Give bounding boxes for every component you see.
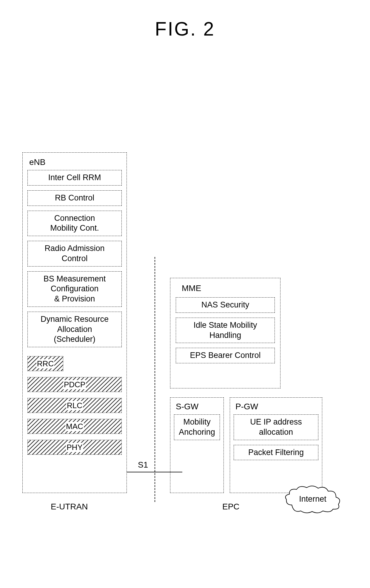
enb-fn-connection-mobility: ConnectionMobility Cont. bbox=[27, 211, 122, 236]
enb-layer-phy: PHY bbox=[27, 440, 122, 455]
epc-domain-label: EPC bbox=[222, 502, 240, 512]
enb-title: eNB bbox=[27, 157, 122, 170]
sgw-block: S-GW MobilityAnchoring bbox=[170, 397, 224, 493]
enb-layer-rrc: RRC bbox=[27, 356, 63, 371]
enb-layer-mac-label: MAC bbox=[65, 422, 84, 431]
figure-2: FIG. 2 eNB Inter Cell RRM RB Control Con… bbox=[0, 0, 370, 588]
mme-title: MME bbox=[176, 282, 275, 297]
eutran-domain-label: E-UTRAN bbox=[51, 502, 88, 512]
enb-layer-rrc-label: RRC bbox=[36, 359, 54, 368]
enb-layer-rlc: RLC bbox=[27, 398, 122, 413]
enb-fn-bs-measurement: BS MeasurementConfiguration& Provision bbox=[27, 271, 122, 307]
domain-divider bbox=[155, 257, 155, 502]
internet-label: Internet bbox=[299, 494, 326, 503]
pgw-fn-ip-allocation: UE IP addressallocation bbox=[234, 414, 318, 440]
pgw-block: P-GW UE IP addressallocation Packet Filt… bbox=[230, 397, 322, 493]
figure-title: FIG. 2 bbox=[0, 18, 370, 40]
s1-interface-label: S1 bbox=[138, 460, 148, 470]
sgw-title: S-GW bbox=[174, 401, 220, 414]
enb-layer-rlc-label: RLC bbox=[66, 401, 83, 410]
mme-block: MME NAS Security Idle State MobilityHand… bbox=[170, 278, 280, 388]
enb-fn-inter-cell-rrm: Inter Cell RRM bbox=[27, 170, 122, 186]
sgw-fn-mobility-anchoring: MobilityAnchoring bbox=[174, 414, 220, 440]
enb-layer-phy-label: PHY bbox=[66, 443, 83, 452]
enb-fn-radio-admission: Radio AdmissionControl bbox=[27, 241, 122, 267]
enb-fn-scheduler: Dynamic ResourceAllocation(Scheduler) bbox=[27, 312, 122, 347]
pgw-fn-packet-filtering: Packet Filtering bbox=[234, 445, 318, 460]
enb-layer-pdcp-label: PDCP bbox=[63, 380, 86, 389]
internet-cloud: Internet bbox=[286, 487, 340, 511]
enb-block: eNB Inter Cell RRM RB Control Connection… bbox=[22, 152, 127, 493]
enb-fn-rb-control: RB Control bbox=[27, 190, 122, 206]
pgw-title: P-GW bbox=[234, 401, 318, 414]
mme-fn-nas-security: NAS Security bbox=[176, 297, 275, 313]
mme-fn-idle-state-mobility: Idle State MobilityHandling bbox=[176, 318, 275, 343]
enb-layer-mac: MAC bbox=[27, 419, 122, 434]
mme-fn-eps-bearer-control: EPS Bearer Control bbox=[176, 348, 275, 363]
enb-layer-pdcp: PDCP bbox=[27, 377, 122, 392]
